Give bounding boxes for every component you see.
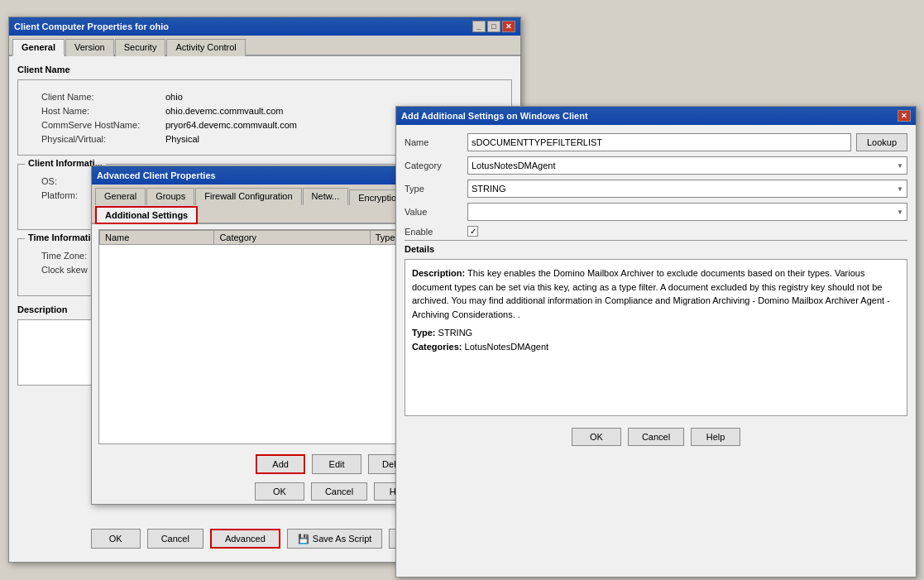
description-content: This key enables the Domino Mailbox Arch…	[412, 268, 890, 319]
main-title-buttons: _ □ ✕	[472, 21, 515, 32]
close-button[interactable]: ✕	[502, 21, 515, 32]
add-settings-title-bar: Add Additional Settings on Windows Clien…	[396, 107, 916, 125]
add-settings-cancel-button[interactable]: Cancel	[628, 428, 684, 446]
type-detail-bold: Type:	[412, 328, 436, 338]
time-info-title: Time Informati...	[25, 232, 102, 242]
main-ok-button[interactable]: OK	[91, 529, 141, 549]
category-row: Category LotusNotesDMAgent ▼	[405, 156, 907, 175]
edit-button[interactable]: Edit	[312, 454, 361, 474]
value-row: Value ▼	[405, 203, 907, 221]
categories-detail-bold: Categories:	[412, 342, 462, 352]
add-settings-window-title: Add Additional Settings on Windows Clien…	[401, 111, 588, 121]
main-window-title: Client Computer Properties for ohio	[14, 22, 169, 31]
adv-tab-additional-settings[interactable]: Additional Settings	[95, 206, 198, 224]
client-name-row: Client Name: ohio	[25, 92, 505, 102]
host-name-value: ohio.devemc.commvault.com	[165, 106, 283, 116]
tab-general[interactable]: General	[12, 39, 65, 56]
maximize-button[interactable]: □	[487, 21, 500, 32]
add-settings-close-button[interactable]: ✕	[898, 110, 911, 122]
description-bold: Description:	[412, 268, 465, 278]
name-input[interactable]	[467, 133, 851, 151]
main-title-bar: Client Computer Properties for ohio _ □ …	[9, 17, 520, 36]
adv-cancel-button[interactable]: Cancel	[311, 482, 367, 501]
physical-virtual-label: Physical/Virtual:	[41, 134, 165, 144]
client-name-label: Client Name:	[41, 92, 165, 102]
adv-tab-groups[interactable]: Groups	[146, 188, 194, 205]
category-dropdown[interactable]: LotusNotesDMAgent ▼	[467, 156, 907, 175]
type-row: Type STRING ▼	[405, 180, 907, 198]
main-cancel-button[interactable]: Cancel	[147, 529, 203, 549]
adv-tab-general[interactable]: General	[95, 188, 146, 205]
commserve-value: pryor64.devemc.commvault.com	[165, 120, 297, 130]
categories-detail-row: Categories: LotusNotesDMAgent	[412, 340, 900, 354]
add-settings-help-button[interactable]: Help	[691, 428, 740, 446]
type-value: STRING	[472, 184, 506, 194]
col-name: Name	[100, 231, 214, 245]
category-field-label: Category	[405, 161, 462, 170]
commserve-label: CommServe HostName:	[41, 120, 165, 130]
type-field-label: Type	[405, 184, 462, 194]
tab-version[interactable]: Version	[65, 39, 114, 56]
client-name-value: ohio	[165, 92, 183, 102]
divider	[405, 240, 907, 241]
save-as-script-button[interactable]: 💾 Save As Script	[287, 529, 383, 549]
advanced-button[interactable]: Advanced	[210, 529, 280, 549]
main-tab-strip: General Version Security Activity Contro…	[9, 36, 520, 56]
advanced-window-title: Advanced Client Properties	[97, 170, 216, 180]
name-row: Name Lookup	[405, 133, 907, 151]
tab-security[interactable]: Security	[115, 39, 166, 56]
type-detail-value: STRING	[438, 328, 473, 338]
type-dropdown[interactable]: STRING ▼	[467, 180, 907, 198]
add-settings-ok-button[interactable]: OK	[572, 428, 621, 446]
lookup-button[interactable]: Lookup	[856, 133, 907, 151]
enable-checkbox[interactable]	[467, 226, 478, 237]
col-category: Category	[214, 231, 370, 245]
save-script-icon: 💾	[298, 534, 309, 544]
type-dropdown-arrow: ▼	[897, 185, 903, 193]
name-field-label: Name	[405, 137, 462, 147]
minimize-button[interactable]: _	[472, 21, 486, 32]
value-dropdown-arrow: ▼	[897, 209, 903, 216]
adv-ok-button[interactable]: OK	[255, 482, 304, 501]
value-dropdown[interactable]: ▼	[467, 203, 907, 221]
enable-label: Enable	[405, 227, 462, 237]
client-name-section: Client Name	[17, 65, 512, 74]
value-field-label: Value	[405, 207, 462, 217]
add-button[interactable]: Add	[256, 454, 305, 474]
add-settings-title-buttons: ✕	[898, 110, 911, 122]
enable-row: Enable	[405, 226, 907, 237]
category-dropdown-arrow: ▼	[897, 162, 903, 170]
adv-tab-network[interactable]: Netw...	[303, 188, 349, 205]
details-box: Description: This key enables the Domino…	[405, 259, 907, 416]
tab-activity-control[interactable]: Activity Control	[166, 39, 245, 56]
adv-tab-firewall[interactable]: Firewall Configuration	[195, 188, 301, 205]
physical-virtual-value: Physical	[165, 134, 199, 144]
category-value: LotusNotesDMAgent	[472, 161, 556, 170]
type-detail-row: Type: STRING	[412, 326, 900, 340]
host-name-label: Host Name:	[41, 106, 165, 116]
details-header: Details	[405, 244, 907, 254]
description-text: Description: This key enables the Domino…	[412, 266, 900, 321]
categories-detail-value: LotusNotesDMAgent	[465, 342, 549, 352]
add-settings-button-row: OK Cancel Help	[396, 421, 916, 453]
add-settings-window: Add Additional Settings on Windows Clien…	[395, 106, 917, 578]
